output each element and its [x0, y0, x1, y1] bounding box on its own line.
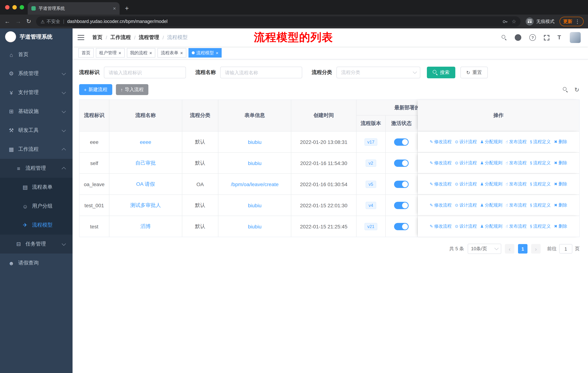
op-design-button[interactable]: ⊙设计流程	[455, 160, 477, 166]
next-page-button[interactable]: ›	[531, 244, 541, 253]
op-edit-button[interactable]: ✎修改流程	[430, 223, 452, 230]
active-toggle[interactable]	[394, 223, 409, 230]
tag-close-icon[interactable]: ×	[216, 50, 219, 55]
back-icon[interactable]: ←	[4, 19, 10, 24]
active-toggle[interactable]	[394, 138, 409, 146]
font-size-icon[interactable]: T	[557, 34, 561, 41]
form-info-link[interactable]: biubiu	[248, 139, 262, 145]
op-definition-button[interactable]: §流程定义	[530, 181, 551, 187]
sidebar-item[interactable]: ⚒研发工具	[0, 121, 73, 140]
process-name-link[interactable]: 测试多审批人	[130, 202, 161, 209]
new-tab-button[interactable]: +	[122, 3, 132, 13]
tag-view-item[interactable]: 首页	[78, 48, 94, 58]
op-edit-button[interactable]: ✎修改流程	[430, 160, 452, 166]
breadcrumb-item[interactable]: 首页	[92, 34, 102, 41]
page-1-button[interactable]: 1	[518, 244, 527, 253]
op-design-button[interactable]: ⊙设计流程	[455, 181, 477, 187]
op-assign-button[interactable]: ♟分配规则	[480, 139, 502, 145]
tag-close-icon[interactable]: ×	[118, 50, 121, 55]
op-delete-button[interactable]: ✖删除	[554, 160, 567, 166]
address-bar[interactable]: ⚠ 不安全 | dashboard.yudao.iocoder.cn/bpm/m…	[36, 16, 521, 27]
op-publish-button[interactable]: ☝发布流程	[506, 139, 526, 145]
op-assign-button[interactable]: ♟分配规则	[480, 223, 502, 230]
process-name-link[interactable]: 滔博	[140, 223, 151, 230]
op-design-button[interactable]: ⊙设计流程	[455, 202, 477, 208]
op-definition-button[interactable]: §流程定义	[530, 139, 551, 145]
fullscreen-icon[interactable]	[544, 35, 549, 40]
tag-view-item[interactable]: 流程模型×	[189, 48, 222, 58]
close-window-button[interactable]	[5, 5, 10, 10]
op-edit-button[interactable]: ✎修改流程	[430, 181, 452, 187]
github-icon[interactable]	[515, 34, 521, 41]
tag-view-item[interactable]: 租户管理×	[96, 48, 125, 58]
sidebar-item[interactable]: ▤流程表单	[0, 178, 73, 197]
op-publish-button[interactable]: ☝发布流程	[506, 181, 526, 187]
op-definition-button[interactable]: §流程定义	[530, 202, 551, 208]
op-definition-button[interactable]: §流程定义	[530, 223, 551, 230]
filter-name-input[interactable]	[220, 67, 302, 78]
op-definition-button[interactable]: §流程定义	[530, 160, 551, 166]
search-button[interactable]: 搜索	[427, 67, 455, 78]
op-delete-button[interactable]: ✖删除	[554, 181, 567, 187]
minimize-window-button[interactable]	[12, 5, 17, 10]
form-info-link[interactable]: /bpm/oa/leave/create	[231, 181, 279, 187]
op-delete-button[interactable]: ✖删除	[554, 139, 567, 145]
form-info-link[interactable]: biubiu	[248, 160, 262, 166]
op-delete-button[interactable]: ✖删除	[554, 223, 567, 230]
breadcrumb-item[interactable]: 流程管理	[139, 34, 159, 41]
sidebar-item[interactable]: ✈流程模型	[0, 216, 73, 235]
import-model-button[interactable]: ↑ 导入流程	[116, 84, 148, 95]
form-info-link[interactable]: biubiu	[248, 202, 262, 208]
sidebar-item[interactable]: ⚙系统管理	[0, 64, 73, 83]
browser-menu-icon[interactable]: ⋮	[575, 19, 580, 24]
active-toggle[interactable]	[394, 202, 409, 209]
browser-tab[interactable]: 芋道管理系统 ×	[28, 2, 120, 15]
toggle-search-icon[interactable]	[563, 87, 568, 92]
op-delete-button[interactable]: ✖删除	[554, 202, 567, 208]
filter-key-input[interactable]	[104, 67, 186, 78]
goto-page-input[interactable]	[559, 244, 572, 253]
page-size-select[interactable]: 10条/页	[468, 244, 501, 254]
prev-page-button[interactable]: ‹	[505, 244, 514, 253]
forward-icon[interactable]: →	[15, 19, 21, 24]
sidebar-item[interactable]: ¥支付管理	[0, 83, 73, 102]
active-toggle[interactable]	[394, 181, 409, 188]
process-name-link[interactable]: 自己审批	[135, 160, 156, 166]
op-edit-button[interactable]: ✎修改流程	[430, 139, 452, 145]
tag-view-item[interactable]: 流程表单×	[158, 48, 186, 58]
process-name-link[interactable]: eeee	[140, 139, 151, 145]
key-icon[interactable]	[503, 19, 508, 24]
update-button[interactable]: 更新 ⋮	[560, 17, 584, 26]
tag-close-icon[interactable]: ×	[180, 50, 183, 55]
op-assign-button[interactable]: ♟分配规则	[480, 202, 502, 208]
sidebar-toggle-icon[interactable]	[78, 35, 84, 40]
search-icon[interactable]	[502, 35, 507, 40]
active-toggle[interactable]	[394, 159, 409, 167]
tab-close-icon[interactable]: ×	[113, 5, 116, 11]
tag-close-icon[interactable]: ×	[149, 50, 152, 55]
sidebar-item[interactable]: ⌂首页	[0, 45, 73, 64]
sidebar-item[interactable]: ≡流程管理	[0, 159, 73, 178]
process-name-link[interactable]: OA 请假	[136, 181, 155, 187]
refresh-table-icon[interactable]: ↻	[574, 86, 579, 93]
op-publish-button[interactable]: ☝发布流程	[506, 202, 526, 208]
op-assign-button[interactable]: ♟分配规则	[480, 181, 502, 187]
zoom-window-button[interactable]	[20, 5, 24, 10]
sidebar-item[interactable]: ☻请假查询	[0, 253, 73, 272]
sidebar-item[interactable]: ☺用户分组	[0, 197, 73, 216]
op-design-button[interactable]: ⊙设计流程	[455, 139, 477, 145]
user-avatar[interactable]	[570, 32, 581, 43]
reload-icon[interactable]: ↻	[26, 19, 31, 24]
op-publish-button[interactable]: ☝发布流程	[506, 160, 526, 166]
create-model-button[interactable]: + 新建流程	[79, 84, 112, 95]
bookmark-star-icon[interactable]: ☆	[512, 19, 516, 24]
form-info-link[interactable]: biubiu	[248, 223, 262, 229]
sidebar-item[interactable]: ⊞基础设施	[0, 102, 73, 121]
tag-view-item[interactable]: 我的流程×	[127, 48, 155, 58]
breadcrumb-item[interactable]: 工作流程	[110, 34, 131, 41]
op-publish-button[interactable]: ☝发布流程	[506, 223, 526, 230]
sidebar-item[interactable]: ▦工作流程	[0, 140, 73, 159]
sidebar-item[interactable]: ⊟任务管理	[0, 235, 73, 253]
op-edit-button[interactable]: ✎修改流程	[430, 202, 452, 208]
op-assign-button[interactable]: ♟分配规则	[480, 160, 502, 166]
